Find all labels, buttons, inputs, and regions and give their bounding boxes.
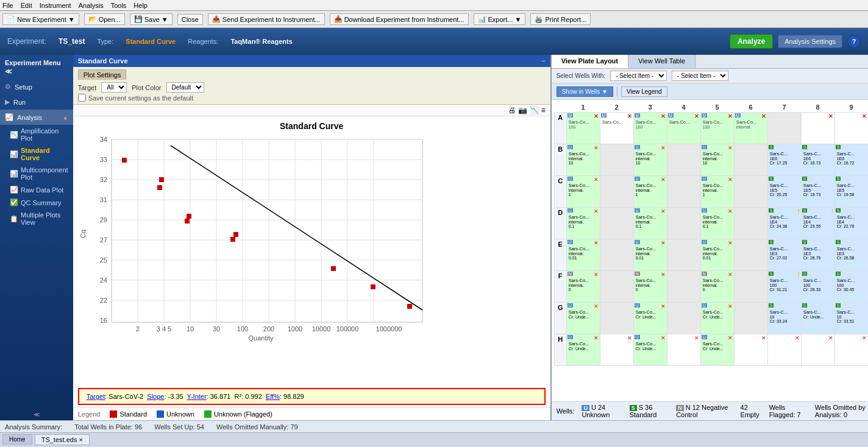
- experiment-menu-label[interactable]: Experiment Menu ≪: [0, 55, 73, 79]
- well-h1[interactable]: ✕ U Sars-Co... Cr: Unde...: [566, 334, 600, 366]
- camera-icon[interactable]: 📷: [518, 106, 527, 114]
- export-button[interactable]: 📊 Export... ▼: [474, 13, 526, 25]
- show-in-wells-button[interactable]: Show in Wells ▼: [557, 86, 613, 97]
- print-report-button[interactable]: 🖨️ Print Report...: [530, 13, 591, 25]
- well-c6[interactable]: [734, 176, 767, 208]
- well-c7[interactable]: S Sars-C... 1E5 Cr: 20.25: [767, 176, 801, 208]
- sidebar-item-raw-data-plot[interactable]: 📈 Raw Data Plot: [0, 183, 73, 196]
- well-f1[interactable]: ✕ N Sars-Co... internal. 0: [566, 271, 600, 303]
- well-f3[interactable]: ✕ N Sars-Co... internal. 0: [633, 271, 667, 303]
- sidebar-item-standard-curve[interactable]: 📊 Standard Curve: [0, 144, 73, 164]
- tab-view-well-table[interactable]: View Well Table: [628, 55, 695, 68]
- target-link[interactable]: Target: [87, 393, 105, 400]
- well-d5[interactable]: ✕ U Sars-Co... internal. 0.1: [700, 208, 734, 239]
- well-g8[interactable]: S Sars-C... Cr: Unde...: [801, 303, 834, 334]
- well-e6[interactable]: [734, 239, 767, 271]
- well-h6[interactable]: ✕: [734, 334, 767, 366]
- tab-file[interactable]: TS_test.eds ×: [35, 434, 90, 445]
- well-b4[interactable]: [667, 144, 700, 176]
- view-legend-button[interactable]: View Legend: [621, 86, 667, 97]
- well-e7[interactable]: S Sars-C... 1E3 Cr: 27.02: [767, 239, 801, 271]
- well-e1[interactable]: ✕ U Sars-Co... internal. 0.01: [566, 239, 600, 271]
- menu-tools[interactable]: Tools: [111, 2, 127, 9]
- well-b3[interactable]: ✕ U Sars-Co... internal. 10: [633, 144, 667, 176]
- well-g5[interactable]: ✕ U Sars-Co... Cr: Unde...: [700, 303, 734, 334]
- well-a2[interactable]: ✕ U Sars-Co...: [600, 113, 633, 144]
- well-c5[interactable]: ✕ U Sars-Co... internal. 1: [700, 176, 734, 208]
- menu-instrument[interactable]: Instrument: [40, 2, 71, 9]
- tab-view-plate-layout[interactable]: View Plate Layout: [552, 55, 628, 68]
- well-a5[interactable]: ✕ U Sars-Co... 100: [700, 113, 734, 144]
- well-a9[interactable]: ✕: [834, 113, 868, 144]
- well-c2[interactable]: [600, 176, 633, 208]
- well-d8[interactable]: ! S Sars-C... 1E4 Cr: 23.55: [801, 208, 834, 239]
- well-f5[interactable]: ✕ N Sars-Co... internal. 0: [700, 271, 734, 303]
- well-b1[interactable]: ✕ U Sars-Co... internal. 10: [566, 144, 600, 176]
- help-button[interactable]: ?: [847, 35, 861, 48]
- well-h5[interactable]: ✕ U Sars-Co... Cr: Unde...: [700, 334, 734, 366]
- well-g4[interactable]: [667, 303, 700, 334]
- well-f7[interactable]: ! S Sars-C... 100 Cr: 31.21: [767, 271, 801, 303]
- well-g7[interactable]: S Sars-C... 10 Cr: 33.24: [767, 303, 801, 334]
- sidebar-item-multicomponent-plot[interactable]: 📊 Multicomponent Plot: [0, 164, 73, 183]
- well-b6[interactable]: [734, 144, 767, 176]
- menu-file[interactable]: File: [2, 2, 13, 9]
- chart-close-button[interactable]: −: [541, 57, 545, 65]
- send-button[interactable]: 📤 Send Experiment to Instrument...: [208, 13, 325, 25]
- well-f4[interactable]: [667, 271, 700, 303]
- download-button[interactable]: 📥 Download Experiment from Instrument...: [330, 13, 469, 25]
- well-c9[interactable]: S Sars-C... 1E5 Cr: 19.58: [834, 176, 868, 208]
- well-b8[interactable]: S Sars-C... 1E6 Cr: 16.73: [801, 144, 834, 176]
- well-b9[interactable]: S Sars-C... 1E6 Cr: 16.72: [834, 144, 868, 176]
- tab-home[interactable]: Home: [2, 434, 32, 445]
- well-h4[interactable]: ✕: [667, 334, 700, 366]
- sidebar-run[interactable]: ▶ Run: [0, 94, 73, 110]
- well-g9[interactable]: S Sars-C... 10 Cr: 33.51: [834, 303, 868, 334]
- chart-type-icon[interactable]: 📉: [530, 106, 539, 114]
- well-c1[interactable]: ✕ U Sars-Co... internal. 1: [566, 176, 600, 208]
- well-h8[interactable]: ✕: [801, 334, 834, 366]
- close-button[interactable]: Close: [177, 14, 203, 25]
- plot-settings-tab[interactable]: Plot Settings: [78, 69, 127, 80]
- select-item-2[interactable]: - Select Item -: [672, 71, 728, 81]
- well-g3[interactable]: ✕ U Sars-Co... Cr: Unde...: [633, 303, 667, 334]
- menu-edit[interactable]: Edit: [21, 2, 32, 9]
- well-a4[interactable]: ✕ U Sars-Co...: [667, 113, 700, 144]
- sidebar-item-amplification-plot[interactable]: 📉 Amplification Plot: [0, 125, 73, 144]
- menu-analysis[interactable]: Analysis: [79, 2, 104, 9]
- eff-link[interactable]: Eff%: [266, 393, 280, 400]
- well-d1[interactable]: ✕ U Sars-Co... internal. 0.1: [566, 208, 600, 239]
- open-button[interactable]: 📂 Open...: [84, 13, 125, 25]
- well-b7[interactable]: S Sars-C... 1E6 Cr: 17.25: [767, 144, 801, 176]
- well-h3[interactable]: ✕ U Sars-Co... Cr: Unde...: [633, 334, 667, 366]
- sidebar-item-multiple-plots[interactable]: 📋 Multiple Plots View: [0, 209, 73, 228]
- well-f8[interactable]: S Sars-C... 100 Cr: 29.33: [801, 271, 834, 303]
- well-f2[interactable]: [600, 271, 633, 303]
- well-e8[interactable]: S Sars-C... 1E3 Cr: 26.79: [801, 239, 834, 271]
- well-a6[interactable]: ✕ U Sars-Co... internal.: [734, 113, 767, 144]
- save-default-checkbox[interactable]: [78, 94, 86, 102]
- sidebar-item-qc-summary[interactable]: ✅ QC Summary: [0, 196, 73, 209]
- analyze-button[interactable]: Analyze: [730, 34, 773, 49]
- new-experiment-button[interactable]: 📄 New Experiment ▼: [2, 13, 79, 25]
- y-inter-link[interactable]: Y-Inter: [187, 393, 207, 400]
- well-e9[interactable]: S Sars-C... 1E3 Cr: 26.58: [834, 239, 868, 271]
- save-button[interactable]: 💾 Save ▼: [130, 13, 173, 25]
- well-g1[interactable]: ✕ U Sars-Co... Cr: Unde...: [566, 303, 600, 334]
- sidebar-setup[interactable]: ⚙ Setup: [0, 79, 73, 94]
- slope-link[interactable]: Slope: [147, 393, 164, 400]
- well-d9[interactable]: S Sars-C... 1E4 Cr: 22.78: [834, 208, 868, 239]
- well-d2[interactable]: [600, 208, 633, 239]
- analysis-settings-button[interactable]: Analysis Settings: [778, 35, 842, 48]
- well-e4[interactable]: [667, 239, 700, 271]
- well-d7[interactable]: ! S Sars-C... 1E4 Cr: 24.38: [767, 208, 801, 239]
- well-e3[interactable]: ✕ U Sars-Co... internal. 0.01: [633, 239, 667, 271]
- well-f6[interactable]: [734, 271, 767, 303]
- well-c4[interactable]: [667, 176, 700, 208]
- plot-color-select[interactable]: Default: [166, 82, 204, 93]
- select-item-1[interactable]: - Select Item -: [610, 71, 667, 81]
- sidebar-collapse-arrow[interactable]: ≪: [0, 409, 73, 420]
- well-b5[interactable]: ✕ U Sars-Co... internal. 10: [700, 144, 734, 176]
- well-a3[interactable]: ✕ U Sars-Co... 100: [633, 113, 667, 144]
- well-d3[interactable]: ✕ U Sars-Co... internal. 0.1: [633, 208, 667, 239]
